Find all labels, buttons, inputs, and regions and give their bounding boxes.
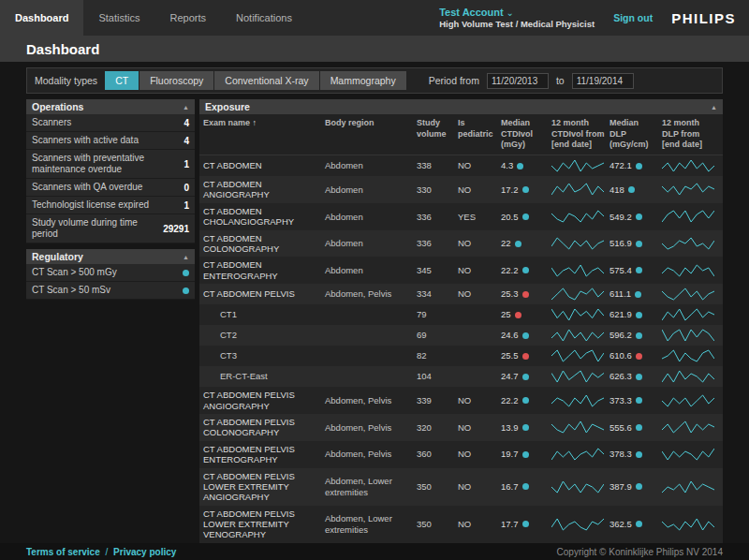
operations-stat-row[interactable]: Scanners with active data 4 [26,132,195,150]
median-ctdivol-cell: 4.3 [501,157,551,173]
dlp-sparkline [662,391,720,411]
modality-filter-button[interactable]: Fluoroscopy [140,71,213,90]
table-row[interactable]: CT ABDOMEN PELVIS COLONOGRAPHY Abdomen, … [199,414,723,441]
dlp-sparkline [662,260,720,281]
exam-name-cell: CT ABDOMEN [203,157,325,173]
is-pediatric-cell [458,332,501,338]
table-row[interactable]: CT ABDOMEN PELVIS LOWER EXTREMITY VENOGR… [199,506,723,543]
dlp-value: 378.3 [609,449,632,459]
body-region-cell [325,374,417,379]
table-row[interactable]: CT1 79 25 621.9 [199,304,723,325]
operations-stat-row[interactable]: Scanners with QA overdue 0 [26,179,195,197]
body-region-cell: Abdomen [325,209,417,225]
ctdivol-sparkline [551,391,609,411]
nav-tab-reports[interactable]: Reports [154,0,221,36]
ctdivol-sparkline [551,366,609,387]
table-row[interactable]: CT2 69 24.6 596.2 [199,325,723,346]
table-row[interactable]: CT ABDOMEN PELVIS ANGIOGRAPHY Abdomen, P… [199,387,723,414]
column-header[interactable]: 12 month DLP from [end date] [662,118,720,151]
table-row[interactable]: CT ABDOMEN CHOLANGIOGRAPHY Abdomen 336 Y… [199,203,723,230]
ctdivol-sparkline [551,233,609,254]
operations-stat-row[interactable]: Scanners 4 [26,114,195,132]
nav-tab-label: Notifications [236,12,292,23]
table-row[interactable]: CT ABDOMEN COLONOGRAPHY Abdomen 336 NO 2… [199,230,723,258]
median-ctdivol-cell: 25.3 [501,286,551,302]
table-row[interactable]: CT ABDOMEN PELVIS LOWER EXTREMITY ANGIOG… [199,468,723,506]
privacy-policy-link[interactable]: Privacy policy [113,547,176,557]
study-volume-cell: 79 [417,306,458,322]
stat-value: 1 [184,200,189,211]
table-row[interactable]: CT ABDOMEN ANGIOGRAPHY Abdomen 330 NO 17… [199,176,723,203]
column-header[interactable]: Median DLP (mGy/cm) [609,118,662,151]
body-region-cell: Abdomen, Pelvis [325,286,417,302]
ctdivol-value: 4.3 [501,160,513,170]
stat-value: 0 [184,183,189,193]
operations-panel-header[interactable]: Operations ▲ [26,99,195,114]
is-pediatric-cell: YES [458,209,501,225]
ctdivol-sparkline [551,304,609,325]
ctdivol-sparkline [551,444,609,464]
ctdivol-value: 25 [501,309,511,319]
median-ctdivol-cell: 19.7 [501,446,551,462]
table-row[interactable]: CT ABDOMEN PELVIS ENTEROGRAPHY Abdomen, … [199,441,723,468]
collapse-icon: ▲ [183,254,189,260]
column-header[interactable]: Median CTDIvol (mGy) [501,118,551,151]
ctdivol-sparkline [551,206,609,227]
ctdivol-sparkline [551,284,609,304]
table-row[interactable]: CT ABDOMEN ENTEROGRAPHY Abdomen 345 NO 2… [199,257,723,284]
column-header[interactable]: Is pediatric [458,118,501,151]
ctdivol-status-dot [522,397,529,404]
column-header[interactable]: Study volume [417,118,458,151]
regulatory-alert-row[interactable]: CT Scan > 500 mGy [26,264,195,282]
operations-stat-row[interactable]: Study volume during time period 29291 [26,214,195,243]
dlp-value: 362.5 [609,519,632,529]
terms-of-service-link[interactable]: Terms of service [26,547,100,557]
nav-tab-statistics[interactable]: Statistics [83,0,154,36]
column-header[interactable]: Exam name ↑ [203,118,325,151]
account-menu[interactable]: Test Account ⌄ High Volume Test / Medica… [439,7,595,29]
body-region-cell: Abdomen, Lower extremities [325,473,417,500]
median-ctdivol-cell: 22.2 [501,262,551,278]
table-row[interactable]: CT ABDOMEN PELVIS Abdomen, Pelvis 334 NO… [199,284,723,304]
median-ctdivol-cell: 13.9 [501,420,551,435]
table-row[interactable]: CT ABDOMEN Abdomen 338 NO 4.3 472.1 [199,155,723,176]
regulatory-panel-header[interactable]: Regulatory ▲ [26,249,195,264]
table-header-row: Exam name ↑Body regionStudy volumeIs ped… [199,114,723,155]
exposure-panel-header[interactable]: Exposure ▲ [199,99,723,114]
table-row[interactable]: ER-CT-East 104 24.7 626.3 [199,366,723,387]
nav-tab-notifications[interactable]: Notifications [221,0,307,36]
exam-name-cell: CT ABDOMEN PELVIS ANGIOGRAPHY [203,387,325,414]
operations-stat-row[interactable]: Technologist license expired 1 [26,197,195,214]
modality-filter-button[interactable]: Conventional X-ray [214,71,318,90]
collapse-icon: ▲ [711,104,717,111]
table-row[interactable]: CT3 82 25.5 610.6 [199,346,723,366]
column-header[interactable]: Body region [325,118,417,151]
nav-tab-dashboard[interactable]: Dashboard [0,0,83,36]
median-dlp-cell: 621.9 [609,306,662,322]
median-dlp-cell: 596.2 [609,327,662,343]
dlp-value: 516.9 [609,238,632,248]
modality-filter-button[interactable]: Mammography [320,71,406,90]
ctdivol-sparkline [551,346,609,366]
alert-label: CT Scan > 50 mSv [32,285,116,296]
modality-filter-button[interactable]: CT [105,71,139,90]
study-volume-cell: 69 [417,327,458,343]
dlp-status-dot [636,521,642,527]
regulatory-alert-row[interactable]: CT Scan > 50 mSv [26,282,195,300]
period-from-input[interactable] [487,73,549,89]
sort-ascending-icon: ↑ [250,118,257,127]
median-ctdivol-cell: 17.2 [501,182,551,198]
period-to-input[interactable] [572,73,634,89]
ctdivol-value: 22.2 [501,265,519,275]
is-pediatric-cell: NO [458,479,501,494]
table-body: CT ABDOMEN Abdomen 338 NO 4.3 472.1 CT A… [199,155,723,560]
stat-value: 4 [184,136,189,146]
exam-name-cell: CT ABDOMEN PELVIS ENTEROGRAPHY [203,441,325,468]
nav-tab-label: Statistics [98,12,140,23]
median-dlp-cell: 575.4 [609,262,662,278]
column-header[interactable]: 12 month CTDIvol from [end date] [551,118,609,151]
operations-stat-row[interactable]: Scanners with preventative maintenance o… [26,150,195,179]
study-volume-cell: 320 [417,420,458,435]
sign-out-link[interactable]: Sign out [613,12,653,23]
dlp-sparkline [662,304,720,325]
